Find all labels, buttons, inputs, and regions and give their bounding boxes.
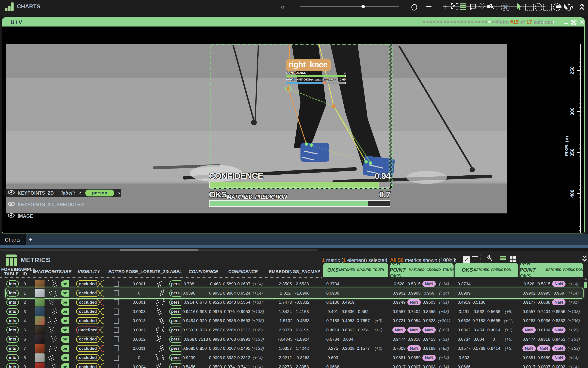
next-class-icon[interactable]: › (118, 190, 120, 196)
comment-icon[interactable] (469, 0, 477, 13)
metric-group-header[interactable]: OKSMATCHED_GROUND_TRUTH (323, 263, 388, 277)
prev-class-icon[interactable]: ‹ (79, 190, 81, 196)
eye-icon[interactable] (8, 202, 15, 207)
pagination-dot[interactable] (437, 21, 439, 23)
add-tab-button[interactable]: + (29, 236, 33, 243)
pagination-dot[interactable] (430, 21, 432, 23)
eye-icon[interactable] (8, 213, 15, 219)
tab-charts[interactable]: Charts (0, 234, 26, 245)
select-none-checkbox[interactable] (472, 256, 478, 263)
rect-select-icon[interactable] (525, 4, 534, 10)
confidence2-value: 0.9768 (223, 335, 236, 344)
next-point-icon[interactable]: › (553, 19, 554, 25)
layer-image[interactable]: IMAGE (8, 212, 33, 220)
class-filter-pill[interactable]: person (85, 190, 114, 196)
circle-select-icon[interactable] (553, 3, 561, 11)
table-row[interactable]: ints2peoccluded0.0001pers0.9140.6730.952… (0, 298, 588, 307)
pagination-dot[interactable] (492, 21, 494, 23)
eye-icon[interactable] (8, 190, 15, 196)
edited-checkbox[interactable] (114, 298, 119, 307)
metric-group-header[interactable]: PER-POINT OKSMATCHED_PREDICTION (520, 263, 583, 277)
column-header[interactable]: LABEL (164, 267, 185, 277)
table-row[interactable]: ints9peoccluded0.0004pers0.54560.95990.9… (0, 362, 588, 368)
clear-selection-icon[interactable] (501, 0, 510, 13)
close-icon[interactable]: ✕ (580, 19, 584, 26)
pagination-dot[interactable] (471, 21, 474, 23)
column-header[interactable]: VISIBILITY (74, 267, 104, 277)
edited-checkbox[interactable] (114, 307, 119, 316)
pagination-dot[interactable] (482, 21, 484, 23)
pagination-dot[interactable] (440, 21, 442, 23)
pagination-dot[interactable] (464, 21, 466, 23)
prev-metric-icon[interactable]: ‹ (445, 256, 447, 263)
table-row[interactable]: ints3peoccluded0.0003pers0.94160.9080.99… (0, 307, 588, 316)
pagination-dot[interactable] (488, 21, 491, 23)
cursor-tool-icon[interactable] (516, 0, 523, 13)
point-pagination-dots[interactable] (423, 21, 497, 23)
table-row[interactable]: ints4peoccluded0.0013pers0.94840.9290.98… (0, 316, 588, 325)
table-row[interactable]: ints1peoccluded0pers0.93980.99510.98640.… (0, 288, 588, 298)
pagination-dot[interactable] (478, 21, 480, 23)
horizontal-scrollbar[interactable] (0, 249, 317, 251)
collapse-toolbar-icon[interactable] (578, 0, 585, 13)
keypoints-2d-thumbnail (155, 335, 166, 344)
pagination-dot[interactable] (474, 21, 477, 23)
label-pill-clipped: pe (61, 362, 69, 368)
settings-wrench-icon[interactable] (485, 255, 493, 264)
add-icon[interactable]: + (441, 0, 449, 13)
edited-checkbox[interactable] (114, 344, 119, 353)
table-row[interactable]: ints5peundefined0.0002pers0.93920.9280.2… (0, 325, 588, 335)
pagination-dot[interactable] (427, 21, 429, 23)
pagination-dot[interactable] (454, 21, 456, 23)
edited-checkbox[interactable] (114, 362, 119, 368)
pagination-dot[interactable] (433, 21, 436, 23)
layer-keypoints-2d-predicted[interactable]: KEYPOINTS_2D_PREDICTED (8, 200, 84, 209)
pagination-dot[interactable] (485, 21, 487, 23)
ellipse-select-icon[interactable] (535, 3, 542, 11)
viewer-header[interactable]: U / V Point #15 of 17 selected ‹ › ＿ ✕ (2, 18, 584, 27)
foreign-table-pill: ints (6, 298, 19, 307)
edited-checkbox[interactable] (114, 279, 119, 288)
pagination-dot[interactable] (444, 21, 446, 23)
rect-select2-icon[interactable] (543, 4, 552, 10)
list-view-icon[interactable] (500, 255, 506, 261)
pagination-dot[interactable] (468, 21, 470, 23)
lasso-add-icon[interactable] (562, 0, 571, 13)
point-size-slider-knob[interactable] (361, 5, 365, 8)
point-size-slider[interactable] (300, 6, 399, 7)
table-row[interactable]: ints6peoccluded0.0012pers0.9680.75130.99… (0, 335, 588, 344)
prev-point-icon[interactable]: ‹ (543, 19, 545, 25)
column-header[interactable]: LABE (58, 267, 73, 277)
minimize-icon[interactable]: ＿ (563, 17, 569, 25)
column-header[interactable]: CONFIDENCE (226, 267, 260, 277)
wrench-icon[interactable] (487, 0, 494, 13)
pp_gt-value: (+82) (436, 344, 452, 353)
metric-group-header[interactable]: PER-POINT OKSMATCHED_GROUND_TRUTH (389, 263, 454, 277)
next-metric-icon[interactable]: › (454, 256, 456, 263)
collapse-metrics-icon[interactable] (581, 254, 588, 264)
edited-checkbox[interactable] (114, 335, 119, 344)
table-row[interactable]: ints7peoccluded0.0011pers0.86850.8500.02… (0, 344, 588, 353)
edited-checkbox[interactable] (114, 353, 119, 362)
edited-checkbox[interactable] (114, 288, 119, 298)
column-header[interactable]: EMBEDDINGS_PACMAP (268, 267, 321, 277)
pagination-dot[interactable] (451, 21, 453, 23)
table-row[interactable]: ints0peoccluded0.0001pers0.7880.4630.589… (0, 279, 588, 288)
pagination-dot[interactable] (457, 21, 460, 23)
table-row[interactable]: ints8peoccluded0pers0.92390.90930.89320.… (0, 353, 588, 362)
metric-group-header[interactable]: OKSMATCHED_PREDICTION (455, 263, 518, 277)
svg-text:250: 250 (569, 66, 575, 74)
pagination-dot[interactable] (447, 21, 449, 23)
layer-keypoints-2d[interactable]: KEYPOINTS_2D 'label': ‹ person › (4, 189, 121, 197)
grid-view-icon[interactable] (510, 256, 516, 262)
pagination-dot[interactable] (461, 21, 463, 23)
column-header[interactable]: CONFIDENCE (186, 267, 220, 277)
edited-checkbox[interactable] (114, 325, 119, 335)
frames-icon[interactable] (451, 0, 459, 13)
pagination-dot[interactable] (423, 21, 425, 23)
select-all-checkbox[interactable]: ✓ (463, 256, 470, 263)
list-icon[interactable] (460, 0, 466, 13)
maximize-icon[interactable] (571, 19, 577, 27)
edited-checkbox[interactable] (114, 316, 119, 325)
heart-icon[interactable]: ♡ (478, 0, 485, 13)
